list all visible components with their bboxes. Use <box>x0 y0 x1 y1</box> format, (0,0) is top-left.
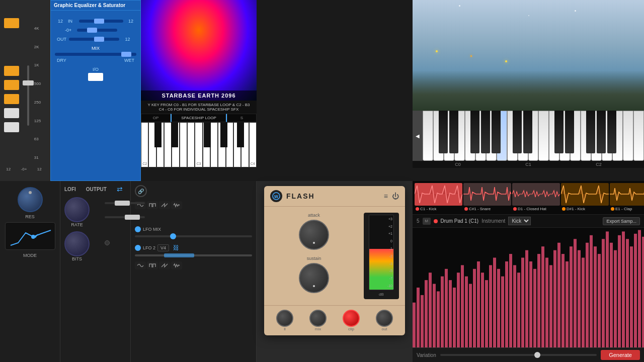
generate-btn[interactable]: Generate <box>601 350 640 360</box>
flash-power-icon[interactable]: ⏻ <box>392 192 399 200</box>
piano-key-white[interactable] <box>180 122 187 167</box>
piano-black-key[interactable] <box>492 111 501 153</box>
lofi-transfer-icon[interactable]: ⇄ <box>117 185 123 193</box>
eq-in-slider[interactable] <box>79 20 123 23</box>
wave-btn2-sine[interactable] <box>135 261 146 269</box>
piano-key-black[interactable] <box>237 122 244 147</box>
lofi-link-icon2[interactable]: ⛓ <box>173 244 179 251</box>
lfo-mix-slider[interactable] <box>135 235 252 237</box>
piano-black-key[interactable] <box>513 111 522 153</box>
piano-white-key[interactable] <box>623 111 633 161</box>
piano-note-labels: C0 C1 C2 <box>413 161 644 168</box>
eq-gain-slider[interactable] <box>77 29 117 32</box>
svg-rect-30 <box>517 273 520 347</box>
piano-black-key[interactable] <box>565 111 574 153</box>
export-sample-btn[interactable]: Export Samp... <box>603 217 640 225</box>
eq-mix-thumb[interactable] <box>121 52 131 57</box>
wave-btn2-noise[interactable] <box>171 261 182 269</box>
piano-black-key[interactable] <box>523 111 532 153</box>
variation-slider[interactable] <box>440 354 597 356</box>
synth-tab-loop[interactable]: SPACESHIP LOOP <box>171 114 227 122</box>
lofi-rate-knob[interactable] <box>64 197 90 222</box>
mixer-button[interactable] <box>4 108 19 118</box>
piano-key-black[interactable] <box>220 122 227 147</box>
flash-out-knob[interactable] <box>376 310 393 327</box>
piano-black-key[interactable] <box>607 111 616 153</box>
piano-scroll-arrow[interactable]: ◀ <box>413 111 423 161</box>
wave-btn-noise[interactable] <box>171 201 182 209</box>
mixer-button[interactable] <box>4 80 19 90</box>
eq-out-thumb[interactable] <box>94 37 104 42</box>
synth-tab-op[interactable]: OP <box>141 114 171 122</box>
track-label-hat: D1 - Closed Hat <box>512 206 560 212</box>
piano-key-black[interactable] <box>204 122 211 147</box>
flash-mix-knob[interactable] <box>309 310 327 327</box>
flash-clip-knob[interactable] <box>343 310 360 327</box>
light-dot <box>436 50 438 52</box>
svg-rect-9 <box>433 284 436 347</box>
wave-btn2-square[interactable] <box>147 261 158 269</box>
eq-in-thumb[interactable] <box>94 19 104 24</box>
mixer-button[interactable] <box>4 94 19 104</box>
lofi-bits-group: BITS <box>64 231 90 261</box>
lfo-mix-label: LFO MIX <box>143 227 161 232</box>
wave-btn2-saw[interactable] <box>159 261 170 269</box>
lfo2-dot[interactable] <box>135 245 141 251</box>
piano-black-key[interactable] <box>470 111 479 153</box>
piano-key-white[interactable]: C3 <box>195 122 202 167</box>
mixer-button[interactable] <box>4 18 19 28</box>
fader-knob[interactable] <box>23 80 34 85</box>
instrument-select[interactable]: Kick <box>508 217 531 225</box>
piano-key-white[interactable] <box>210 122 218 167</box>
lfo-mix-thumb[interactable] <box>170 233 176 239</box>
synth-tab-s[interactable]: S <box>227 114 257 122</box>
eq-out-slider[interactable] <box>69 38 119 41</box>
lfo-mix-dot[interactable] <box>135 226 141 232</box>
light-dot <box>470 55 472 57</box>
piano-black-key[interactable] <box>554 111 564 153</box>
svg-rect-57 <box>626 239 629 347</box>
eq-gain-thumb[interactable] <box>87 28 97 33</box>
eq-mix-slider[interactable] <box>55 53 136 56</box>
lofi-link-icon[interactable]: 🔗 <box>135 185 147 197</box>
piano-key-white[interactable] <box>187 122 195 167</box>
wave-btn-square[interactable] <box>147 201 158 209</box>
track-dot-clap <box>611 207 614 211</box>
piano-white-key[interactable] <box>633 111 644 161</box>
eq-io-button[interactable] <box>88 73 103 81</box>
mute-btn[interactable]: M <box>423 218 431 225</box>
flash-body: attack sustain <box>264 207 405 305</box>
track-item-closedhat: D1 - Closed Hat <box>512 183 560 212</box>
lofi-bits-knob[interactable] <box>64 231 90 256</box>
piano-black-key[interactable] <box>597 111 606 153</box>
piano-key-white[interactable]: C2 <box>141 122 148 167</box>
mixer-button[interactable] <box>4 66 19 76</box>
piano-black-key[interactable] <box>439 111 448 153</box>
wave-btn-saw[interactable] <box>159 201 170 209</box>
track-name-clap: E1 - Clap <box>615 207 632 211</box>
piano-white-key[interactable] <box>538 111 549 161</box>
lofi-out-thumb2[interactable] <box>125 215 140 220</box>
piano-black-key[interactable] <box>449 111 458 153</box>
flash-sustain-knob[interactable] <box>299 263 329 293</box>
piano-black-key[interactable] <box>481 111 490 153</box>
lofi-out-thumb[interactable] <box>115 201 130 206</box>
piano-white-key[interactable] <box>423 111 433 161</box>
eq-in-label: IN <box>68 19 77 24</box>
piano-black-key[interactable] <box>586 111 595 153</box>
lofi-out-slider[interactable] <box>105 202 145 204</box>
snow-particle <box>459 5 460 7</box>
piano-key-white[interactable]: C4 <box>249 122 257 167</box>
flash-ll-knob[interactable] <box>276 310 293 327</box>
flash-attack-knob[interactable] <box>299 220 329 250</box>
variation-thumb[interactable] <box>534 352 540 358</box>
lofi-res-knob[interactable] <box>18 187 43 212</box>
mixer-button[interactable] <box>4 122 19 132</box>
piano-key-black[interactable] <box>171 122 178 147</box>
piano-key-black[interactable] <box>154 122 162 147</box>
flash-sustain-dot <box>313 285 315 287</box>
piano-note-c0: C0 <box>455 162 461 167</box>
lfo2-slider[interactable] <box>135 254 252 256</box>
lofi-out-slider2[interactable] <box>105 216 145 218</box>
flash-menu-icon[interactable]: ≡ <box>384 192 388 200</box>
